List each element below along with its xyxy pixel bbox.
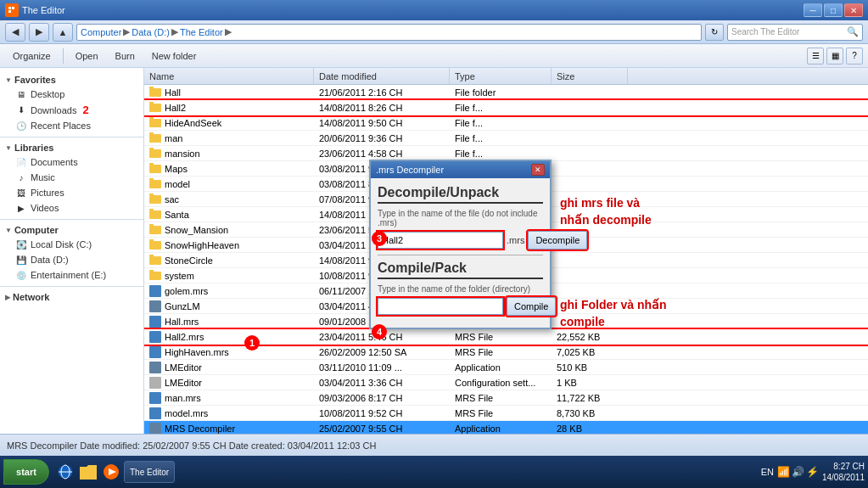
network-section: ▶ Network (0, 290, 143, 304)
file-name-cell: StoneCircle (144, 255, 314, 266)
mrs-icon (149, 316, 161, 328)
col-date-header[interactable]: Date modified (314, 68, 450, 84)
search-box[interactable]: Search The Editor 🔍 (727, 24, 863, 41)
decompile-input[interactable] (378, 232, 503, 249)
address-path[interactable]: Computer ▶ Data (D:) ▶ The Editor ▶ (76, 24, 702, 41)
up-button[interactable]: ▲ (53, 23, 73, 42)
file-name-cell: SnowHighHeaven (144, 239, 314, 251)
view-large-button[interactable]: ▦ (826, 48, 843, 65)
videos-icon: ▶ (15, 202, 27, 214)
desktop-label: Desktop (31, 89, 64, 99)
forward-button[interactable]: ▶ (29, 23, 49, 42)
taskbar-icon-media[interactable] (101, 462, 121, 482)
compile-input[interactable] (378, 298, 503, 315)
mrs-icon (149, 331, 161, 343)
file-date-cell: 23/06/2011 4:58 CH (314, 148, 450, 160)
new-folder-button[interactable]: New folder (144, 47, 204, 65)
crumb-computer[interactable]: Computer (81, 27, 121, 37)
favorites-header[interactable]: ▼ Favorites (0, 73, 143, 87)
app-icon (149, 300, 161, 312)
file-name: man (165, 133, 182, 143)
localc-label: Local Disk (C:) (31, 239, 92, 250)
dialog-close-button[interactable]: ✕ (531, 164, 545, 176)
clock-display: 8:27 CH 14/08/2011 (822, 461, 865, 483)
file-row[interactable]: HideAndSeek 14/08/2011 9:50 CH File f... (144, 115, 868, 131)
start-button[interactable]: start (3, 459, 49, 485)
file-size-cell (552, 107, 628, 109)
start-label: start (16, 467, 36, 477)
disk-e-icon: 💿 (15, 269, 27, 281)
file-row[interactable]: LMEditor 03/11/2010 11:09 ... Applicatio… (144, 360, 868, 375)
file-row[interactable]: MRS Decompiler 25/02/2007 9:55 CH Applic… (144, 421, 868, 434)
computer-label: Computer (14, 225, 59, 235)
videos-label: Videos (31, 203, 59, 213)
help-button[interactable]: ? (846, 48, 863, 65)
file-row[interactable]: Hall2 14/08/2011 8:26 CH File f... (144, 100, 868, 115)
minimize-button[interactable]: ─ (804, 3, 822, 17)
file-size-cell: 7,025 KB (552, 346, 628, 358)
compile-row: Compile (378, 297, 543, 316)
folder-icon (149, 256, 161, 265)
refresh-button[interactable]: ↻ (705, 24, 724, 41)
file-row[interactable]: model.mrs 10/08/2011 9:52 CH MRS File 8,… (144, 406, 868, 421)
file-name-cell: Hall2.mrs (144, 330, 314, 344)
path-sep1: ▶ (123, 26, 130, 37)
sidebar-item-localc[interactable]: 💽 Local Disk (C:) (0, 237, 143, 252)
search-icon[interactable]: 🔍 (847, 26, 859, 37)
view-options-button[interactable]: ☰ (807, 48, 824, 65)
organize-button[interactable]: Organize (5, 47, 59, 65)
crumb-editor[interactable]: The Editor (180, 27, 223, 37)
entertain-label: Entertainment (E:) (31, 270, 106, 280)
taskbar-icon-ie[interactable] (55, 462, 76, 482)
taskbar-icon-folder[interactable] (78, 462, 98, 482)
taskbar: start The Editor EN 📶 🔊 ⚡ 8:27 CH 14/08/… (0, 456, 868, 488)
file-name: LMEditor (165, 362, 202, 373)
col-size-header[interactable]: Size (552, 68, 628, 84)
network-header[interactable]: ▶ Network (0, 290, 143, 304)
sidebar-item-documents[interactable]: 📄 Documents (0, 154, 143, 170)
file-size-cell: 28 KB (552, 423, 628, 435)
file-name: sac (165, 194, 179, 205)
decompile-heading: Decompile/Unpack (378, 185, 543, 204)
folder-icon (149, 134, 161, 143)
file-name-cell: Hall.mrs (144, 315, 314, 328)
sidebar-item-pictures[interactable]: 🖼 Pictures (0, 185, 143, 200)
file-header: Name Date modified Type Size (144, 68, 868, 85)
file-name: Snow_Mansion (165, 225, 228, 235)
file-name: model (165, 179, 190, 189)
favorites-arrow: ▼ (5, 76, 12, 84)
sidebar-item-music[interactable]: ♪ Music (0, 170, 143, 185)
sidebar-item-videos[interactable]: ▶ Videos (0, 200, 143, 216)
col-name-header[interactable]: Name (144, 68, 314, 84)
file-size-cell (552, 122, 628, 124)
sidebar-item-desktop[interactable]: 🖥 Desktop (0, 87, 143, 102)
sidebar-item-entertain[interactable]: 💿 Entertainment (E:) (0, 267, 143, 283)
burn-button[interactable]: Burn (108, 47, 143, 65)
file-type-cell: MRS File (450, 346, 552, 358)
disk-d-icon: 💾 (15, 254, 27, 266)
close-button[interactable]: ✕ (844, 3, 863, 17)
taskbar-window-label: The Editor (130, 468, 169, 477)
mrs-icon (149, 407, 161, 419)
annotation-2: 2 (82, 104, 88, 116)
sidebar-item-datad[interactable]: 💾 Data (D:) (0, 252, 143, 267)
file-row[interactable]: LMEditor 03/04/2011 3:36 CH Configuratio… (144, 375, 868, 390)
compile-button[interactable]: Compile (507, 297, 556, 316)
file-row[interactable]: man 20/06/2011 9:36 CH File f... (144, 131, 868, 146)
file-row[interactable]: Hall 21/06/2011 2:16 CH File folder (144, 85, 868, 100)
col-type-header[interactable]: Type (450, 68, 552, 84)
taskbar-open-window[interactable]: The Editor (124, 461, 175, 483)
crumb-data[interactable]: Data (D:) (132, 27, 170, 37)
maximize-button[interactable]: □ (824, 3, 843, 17)
file-name: Maps (165, 164, 188, 174)
sidebar-item-downloads[interactable]: ⬇ Downloads 2 (0, 102, 143, 118)
back-button[interactable]: ◀ (5, 23, 25, 42)
file-name-cell: Maps (144, 163, 314, 175)
status-bar: MRS Decompiler Date modified: 25/02/2007… (0, 434, 868, 456)
file-row[interactable]: man.mrs 09/03/2006 8:17 CH MRS File 11,7… (144, 390, 868, 406)
libraries-header[interactable]: ▼ Libraries (0, 141, 143, 154)
computer-header[interactable]: ▼ Computer (0, 223, 143, 237)
sidebar-item-recent[interactable]: 🕒 Recent Places (0, 118, 143, 133)
decompile-button[interactable]: Decompile (528, 231, 587, 250)
open-button[interactable]: Open (68, 47, 106, 65)
